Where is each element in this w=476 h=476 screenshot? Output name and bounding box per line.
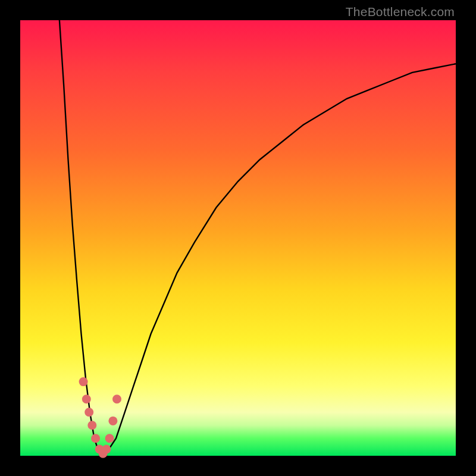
marker-group bbox=[79, 377, 121, 458]
curve-marker bbox=[82, 394, 91, 403]
curve-marker bbox=[79, 377, 88, 386]
chart-frame: TheBottleneck.com bbox=[0, 0, 476, 476]
curve-marker bbox=[105, 434, 114, 443]
curve-marker bbox=[102, 445, 111, 454]
curve-marker bbox=[91, 434, 100, 443]
curve-svg bbox=[20, 20, 456, 456]
bottleneck-curve-path bbox=[60, 20, 456, 456]
curve-marker bbox=[87, 421, 96, 430]
curve-marker bbox=[112, 394, 121, 403]
plot-area bbox=[20, 20, 456, 456]
watermark-text: TheBottleneck.com bbox=[346, 5, 455, 19]
curve-marker bbox=[108, 416, 117, 425]
curve-marker bbox=[84, 408, 93, 416]
